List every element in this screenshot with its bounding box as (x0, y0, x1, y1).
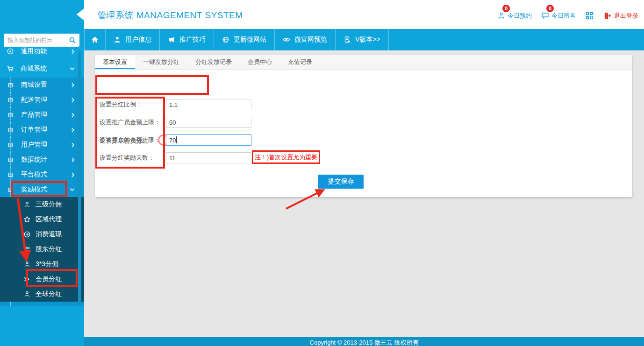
tab-基本设置[interactable]: 基本设置 (95, 55, 135, 69)
nav-item-label: 推广技巧 (179, 35, 206, 44)
chevron-down-icon (70, 66, 75, 71)
field-label: 设置分红比例： (100, 99, 170, 110)
user-outline-icon (497, 12, 505, 20)
header-action-label: 今日预约 (508, 12, 532, 20)
sidebar-item-奖励模式[interactable]: 奖励模式 (0, 182, 84, 197)
sidebar-item-label: 用户管理 (21, 141, 47, 149)
version-icon (343, 36, 351, 43)
important-note: 注！)首次设置尤为重要 (252, 150, 320, 164)
nav-item-home[interactable] (84, 29, 106, 50)
nav-item-update-microsite[interactable]: 更新微网站 (214, 29, 275, 50)
tab-bar: 基本设置一键发放分红分红发放记录会员中心充值记录 (95, 55, 632, 70)
chevron-right-icon (70, 127, 75, 132)
footer: Copyright © 2013-2015 微三云 版权所有 (84, 337, 644, 346)
tab-会员中心[interactable]: 会员中心 (240, 55, 280, 69)
field-input-3[interactable] (166, 134, 251, 146)
header-action-logout[interactable]: 退出登录 (603, 12, 638, 20)
search-icon[interactable] (69, 36, 76, 44)
sidebar-item-会员分红[interactable]: 会员分红 (0, 272, 84, 287)
sidebar-item-label: 区域代理 (36, 215, 62, 224)
sidebar-item-用户管理[interactable]: 用户管理 (0, 137, 84, 152)
sidebar-item-配送管理[interactable]: 配送管理 (0, 92, 84, 107)
field-label: 设置分红奖励天数： (100, 152, 170, 163)
chevron-right-icon (70, 172, 75, 177)
sidebar-item-label: 3*3分佣 (36, 260, 58, 268)
user-icon (114, 36, 121, 43)
sidebar-item-partial (0, 302, 84, 306)
header-notch-arrow (77, 8, 84, 21)
person-icon (23, 201, 31, 208)
tab-一键发放分红[interactable]: 一键发放分红 (135, 55, 187, 69)
notification-badge: 0 (502, 5, 510, 12)
sidebar-item-通用功能[interactable]: 通用功能 (0, 47, 84, 60)
sidebar-item-label: 数据统计 (21, 155, 47, 164)
nav-item-v-version[interactable]: V版本>> (336, 29, 389, 50)
sidebar-item-区域代理[interactable]: 区域代理 (0, 212, 84, 227)
sidebar-item-平台模式[interactable]: 平台模式 (0, 167, 84, 182)
sidebar-item-全球分红[interactable]: 全球分红 (0, 287, 84, 302)
chevron-right-icon (70, 49, 75, 54)
nav-item-user-info[interactable]: 用户信息 (106, 29, 160, 50)
cart-icon (7, 65, 14, 72)
chevron-right-icon (70, 142, 75, 147)
nav-item-label: V版本>> (355, 35, 380, 44)
sidebar-item-label: 平台模式 (21, 170, 47, 179)
header-action-today-appointments[interactable]: 今日预约0 (497, 12, 532, 20)
top-nav: 用户信息推广技巧更新微网站微官网预览V版本>> (84, 29, 644, 50)
chat-icon (541, 12, 549, 20)
sidebar-item-订单管理[interactable]: 订单管理 (0, 122, 84, 137)
page-title: 管理系统 MANAGEMENT SYSTEM (97, 9, 243, 21)
sidebar-item-label: 订单管理 (21, 126, 47, 134)
sidebar-item-数据统计[interactable]: 数据统计 (0, 152, 84, 167)
chevron-right-icon (70, 157, 75, 162)
sidebar-item-消费返现[interactable]: 消费返现 (0, 227, 84, 242)
sidebar-item-label: 全球分红 (36, 290, 62, 298)
submit-save-button[interactable]: 提交保存 (318, 175, 364, 189)
nav-item-microsite-preview[interactable]: 微官网预览 (275, 29, 336, 50)
sidebar-item-label: 商城系统 (21, 64, 47, 73)
header-action-label: 今日留言 (551, 12, 576, 20)
home-icon (91, 36, 99, 43)
tab-充值记录[interactable]: 充值记录 (280, 55, 320, 69)
field-input-1[interactable] (166, 99, 251, 110)
sidebar: 通用功能商城系统商城设置配送管理产品管理订单管理用户管理数据统计平台模式奖励模式… (0, 0, 84, 346)
megaphone-icon (168, 36, 175, 43)
header-action-qr-code[interactable] (585, 11, 594, 20)
copyright-text: Copyright © 2013-2015 微三云 版权所有 (310, 339, 419, 346)
tab-分红发放记录[interactable]: 分红发放记录 (187, 55, 240, 69)
sidebar-item-label: 奖励模式 (21, 185, 47, 194)
qr-icon (585, 11, 594, 20)
header-action-today-messages[interactable]: 今日留言0 (541, 12, 576, 20)
text-cursor (176, 136, 177, 143)
field-label: 设置股东的金额上限： (100, 134, 170, 146)
field-input-2[interactable] (166, 117, 251, 128)
sidebar-item-label: 产品管理 (21, 111, 47, 119)
person-icon (23, 290, 31, 298)
header-actions: 今日预约0今日留言0退出登录 (497, 11, 638, 20)
field-input-4[interactable] (166, 152, 251, 163)
chevron-right-icon (70, 113, 75, 117)
sidebar-item-三级分佣[interactable]: 三级分佣 (0, 197, 84, 212)
people-icon (23, 246, 31, 253)
eye-icon (283, 36, 290, 43)
search-input[interactable] (4, 34, 65, 47)
sidebar-menu: 通用功能商城系统商城设置配送管理产品管理订单管理用户管理数据统计平台模式奖励模式… (0, 47, 84, 306)
sidebar-item-3*3分佣[interactable]: 3*3分佣 (0, 257, 84, 272)
chevron-down-icon (70, 187, 75, 191)
nav-item-label: 微官网预览 (294, 35, 327, 44)
sidebar-item-商城系统[interactable]: 商城系统 (0, 60, 84, 78)
nav-item-label: 更新微网站 (234, 35, 266, 44)
sidebar-search (4, 34, 79, 47)
sidebar-item-label: 三级分佣 (36, 200, 62, 209)
chevron-right-icon (70, 83, 75, 87)
sidebar-scrollbar[interactable] (78, 52, 81, 304)
sidebar-item-股东分红[interactable]: 股东分红 (0, 242, 84, 257)
sidebar-item-产品管理[interactable]: 产品管理 (0, 107, 84, 122)
sidebar-item-商城设置[interactable]: 商城设置 (0, 78, 84, 92)
header: 管理系统 MANAGEMENT SYSTEM 今日预约0今日留言0退出登录 (84, 0, 644, 29)
nav-item-promotion-tips[interactable]: 推广技巧 (160, 29, 214, 50)
person-icon (23, 261, 31, 268)
sidebar-item-label: 配送管理 (21, 96, 47, 104)
nav-item-label: 用户信息 (125, 35, 151, 44)
content-panel: 基本设置一键发放分红分红发放记录会员中心充值记录 是否开启会员分红： 开 设置分… (95, 55, 632, 197)
